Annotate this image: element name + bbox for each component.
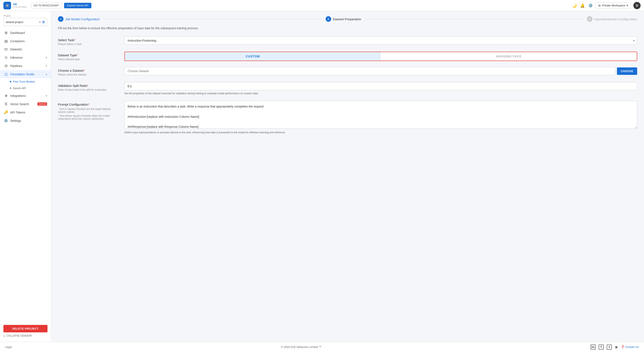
contact-us-button[interactable]: ❓ Contact Us xyxy=(621,345,639,349)
dashboard-icon: ⊞ xyxy=(4,31,8,35)
wizard-steps: ✓ Job Model Configuration 2 Dataset Prep… xyxy=(58,16,637,22)
collapse-sidebar-button[interactable]: « COLLAPSE SIDEBAR xyxy=(4,332,48,339)
sidebar-item-vector-search[interactable]: ☰ Vector Search Internal xyxy=(0,100,51,108)
step-2-circle: 2 xyxy=(326,16,331,22)
validation-split-label: Validation Split Ratio* xyxy=(58,84,118,87)
sidebar-subitem-genai-api[interactable]: GenAI API xyxy=(10,85,51,92)
form-row-validation-split: Validation Split Ratio* Ratio of input d… xyxy=(58,82,637,95)
sidebar-item-label: Foundation Studio xyxy=(10,73,44,76)
form-label-col-dataset-type: Dataset Type* Select dataset type xyxy=(58,52,118,61)
form-label-col-choose-dataset: Choose a Dataset* Please select the data… xyxy=(58,67,118,76)
contact-icon: ❓ xyxy=(621,345,624,349)
step-connector-2 xyxy=(364,19,584,19)
internal-badge: Internal xyxy=(38,102,47,106)
project-select[interactable]: default-project ▾ ⊕ xyxy=(4,18,48,26)
api-tokens-icon: 🔑 xyxy=(4,110,8,114)
form-control-col-dataset-type: CUSTOM HUGGING FACE xyxy=(124,52,637,61)
sidebar-item-containers[interactable]: ▤ Containers xyxy=(0,37,51,45)
sidebar-item-label: Integrations xyxy=(10,94,44,97)
collapse-sidebar-label: COLLAPSE SIDEBAR xyxy=(6,334,32,337)
dataset-type-toggle: CUSTOM HUGGING FACE xyxy=(124,52,637,61)
dataset-type-custom-button[interactable]: CUSTOM xyxy=(125,52,381,61)
select-task-wrapper: Instruction-Finetuning Text Classificati… xyxy=(124,37,637,45)
footer-social: in f t ◉ ❓ Contact Us xyxy=(590,344,639,350)
sidebar-item-label: Dashboard xyxy=(10,31,47,35)
explore-genai-button[interactable]: Explore GenAI API xyxy=(64,3,91,8)
step-1-circle: ✓ xyxy=(58,16,64,22)
logo: 🤖 TIR AI PLATFORM xyxy=(4,2,26,9)
pipelines-icon: ⊟ xyxy=(4,64,8,68)
sidebar-item-integrations[interactable]: ⊕ Integrations ▾ xyxy=(0,92,51,100)
choose-dataset-input[interactable] xyxy=(124,67,615,75)
step-3-label: Hyperparameter Configuration xyxy=(594,17,637,21)
step-3-circle: 3 xyxy=(587,16,592,22)
linkedin-icon[interactable]: in xyxy=(590,344,596,350)
form-label-col-prompt: Prompt Configuration* - Text in square b… xyxy=(58,101,118,120)
sidebar-item-foundation-studio[interactable]: ◫ Foundation Studio ▴ xyxy=(0,70,51,78)
prompt-config-textarea[interactable]: Below is an instruction that describes a… xyxy=(124,101,637,129)
app-body: ✓ Job Model Configuration 2 Dataset Prep… xyxy=(0,11,644,352)
validation-split-sublabel: Ratio of input data to be split for eval… xyxy=(58,88,118,91)
inference-arrow-icon: ▾ xyxy=(46,56,47,59)
foundation-studio-icon: ◫ xyxy=(4,72,8,76)
form-row-choose-dataset: Choose a Dataset* Please select the data… xyxy=(58,67,637,76)
sidebar-item-dashboard[interactable]: ⊞ Dashboard xyxy=(0,29,51,37)
main-content: ✓ Job Model Configuration 2 Dataset Prep… xyxy=(51,11,644,352)
sidebar-item-label: Vector Search xyxy=(10,102,34,106)
form-label-col-task: Select Task* Please Select a Task xyxy=(58,37,118,46)
validation-split-input[interactable] xyxy=(124,82,637,90)
delete-project-button[interactable]: DELETE PROJECT xyxy=(4,325,48,332)
form-label-col-validation: Validation Split Ratio* Ratio of input d… xyxy=(58,82,118,91)
logo-tir: TIR xyxy=(13,3,26,6)
avatar[interactable]: D xyxy=(633,2,640,9)
workspace-icon: ⊞ xyxy=(598,4,601,7)
project-select-actions: ▾ ⊕ xyxy=(39,20,45,24)
settings-nav-icon: ⚙️ xyxy=(4,119,8,123)
sidebar-item-datasets[interactable]: 🗃 Datasets xyxy=(0,45,51,53)
sidebar-subitem-fine-tune-models[interactable]: Fine Tune Models xyxy=(10,78,51,85)
notifications-icon[interactable]: 🔔 xyxy=(580,3,585,8)
footer-copyright: © 2024 E2E Networks Limited ™ xyxy=(281,345,321,348)
form-description: Fill out the form below to ensure the ef… xyxy=(58,26,637,31)
sidebar: Project default-project ▾ ⊕ ⊞ Dashboard … xyxy=(0,11,51,342)
prompt-config-sublabel-1: - Text in square brackets are the target… xyxy=(58,107,118,113)
dataset-type-huggingface-button[interactable]: HUGGING FACE xyxy=(381,52,637,61)
project-add-icon[interactable]: ⊕ xyxy=(42,20,45,24)
theme-toggle-icon[interactable]: 🌙 xyxy=(572,3,577,8)
vector-search-icon: ☰ xyxy=(4,102,8,106)
sidebar-item-inference[interactable]: ⊙ Inference ▾ xyxy=(0,53,51,62)
workspace-button[interactable]: ⊞ Private Workspace ▾ xyxy=(596,2,631,9)
sidebar-item-label: Inference xyxy=(10,56,44,59)
logo-icon: 🤖 xyxy=(4,2,11,9)
twitter-icon[interactable]: t xyxy=(607,344,612,350)
required-asterisk: * xyxy=(84,69,85,72)
form-control-col-prompt: Below is an instruction that describes a… xyxy=(124,101,637,134)
sidebar-item-api-tokens[interactable]: 🔑 API Tokens xyxy=(0,108,51,116)
dataset-type-label: Dataset Type* xyxy=(58,53,118,57)
step-1-label: Job Model Configuration xyxy=(65,17,100,21)
sidebar-item-pipelines[interactable]: ⊟ Pipelines ▾ xyxy=(0,62,51,70)
wizard-step-3: 3 Hyperparameter Configuration xyxy=(587,16,637,22)
facebook-icon[interactable]: f xyxy=(599,344,604,350)
sidebar-item-label: Pipelines xyxy=(10,64,44,68)
validation-hint: Set the proportion of the dataset reserv… xyxy=(124,92,637,95)
step-2-label: Dataset Preparation xyxy=(333,17,361,21)
active-dot-icon xyxy=(10,81,11,82)
rss-icon[interactable]: ◉ xyxy=(615,345,618,349)
datasets-icon: 🗃 xyxy=(4,47,8,51)
project-selector: Project default-project ▾ ⊕ xyxy=(0,11,51,28)
header: 🤖 TIR AI PLATFORM GO TO MYACCOUNT Explor… xyxy=(0,0,644,11)
myaccount-button[interactable]: GO TO MYACCOUNT xyxy=(31,3,62,9)
footer-legal[interactable]: Legal xyxy=(5,345,12,348)
settings-icon[interactable]: ⚙️ xyxy=(588,3,593,8)
choose-dataset-button[interactable]: CHOOSE xyxy=(617,67,637,75)
form-row-select-task: Select Task* Please Select a Task Instru… xyxy=(58,37,637,46)
logo-platform: AI PLATFORM xyxy=(13,6,26,8)
step-connector-1 xyxy=(103,19,322,19)
required-asterisk: * xyxy=(77,53,78,57)
wizard-step-1: ✓ Job Model Configuration xyxy=(58,16,100,22)
form-control-col-validation: Set the proportion of the dataset reserv… xyxy=(124,82,637,95)
select-task-input[interactable]: Instruction-Finetuning Text Classificati… xyxy=(124,37,637,45)
header-icons: 🌙 🔔 ⚙️ xyxy=(572,3,593,8)
sidebar-item-settings[interactable]: ⚙️ Settings xyxy=(0,116,51,125)
